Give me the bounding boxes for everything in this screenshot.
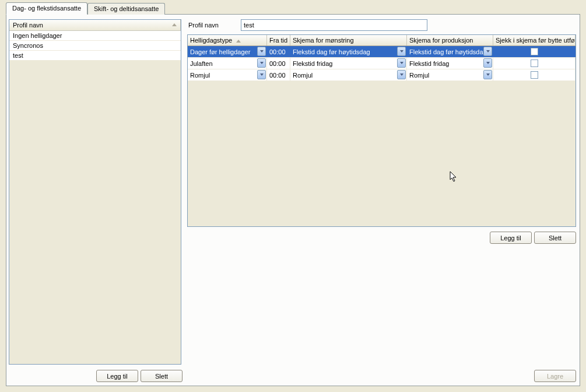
cell-helligdagstype[interactable]: Dager før helligdager: [188, 46, 267, 57]
list-item[interactable]: test: [9, 51, 181, 61]
right-buttons: Legg til Slett: [490, 232, 576, 244]
cell-skjema-produksjon[interactable]: Flekstid fridag: [407, 58, 493, 69]
cell-skjema-produksjon[interactable]: Romjul: [407, 69, 493, 80]
column-fra-tid[interactable]: Fra tid: [267, 35, 290, 46]
cell-text: Flekstid fridag: [409, 60, 449, 67]
cell-fra-tid[interactable]: 00:00: [267, 46, 290, 57]
tabs: Dag- og flekstidsansatte Skift- og delti…: [0, 0, 586, 14]
column-label: Profil navn: [13, 22, 43, 29]
cell-text: Romjul: [409, 72, 429, 79]
table-row[interactable]: Dager før helligdager 00:00 Flekstid dag…: [188, 46, 576, 58]
tab-skift-deltid[interactable]: Skift- og deltidsansatte: [87, 3, 165, 15]
grid-header: Helligdagstype Fra tid Skjema for mønstr…: [188, 35, 576, 46]
grid-body: Dager før helligdager 00:00 Flekstid dag…: [188, 46, 576, 81]
chevron-down-icon[interactable]: [257, 58, 266, 68]
profil-navn-input[interactable]: [241, 19, 427, 31]
cell-skjema-produksjon[interactable]: Flekstid dag før høytidsdag: [407, 46, 493, 57]
cell-text: Romjul: [293, 72, 313, 79]
column-helligdagstype[interactable]: Helligdagstype: [188, 35, 267, 46]
cell-text: Flekstid dag før høytidsdag: [293, 48, 370, 55]
cell-text: Julaften: [190, 60, 213, 67]
profile-list[interactable]: Ingen helligdager Syncronos test: [9, 31, 181, 61]
add-row-button[interactable]: Legg til: [490, 232, 532, 244]
table-row[interactable]: Romjul 00:00 Romjul Romjul: [188, 69, 576, 81]
profile-list-header[interactable]: Profil navn: [9, 20, 181, 31]
cell-sjekk[interactable]: [493, 69, 576, 80]
checkbox[interactable]: [531, 71, 538, 79]
column-skjema-monstring[interactable]: Skjema for mønstring: [290, 35, 407, 46]
left-buttons: Legg til Slett: [96, 370, 183, 382]
chevron-down-icon[interactable]: [397, 70, 406, 79]
cell-text: Dager før helligdager: [190, 48, 250, 55]
cell-text: Flekstid fridag: [293, 60, 332, 67]
holiday-grid: Helligdagstype Fra tid Skjema for mønstr…: [187, 34, 576, 227]
cell-helligdagstype[interactable]: Romjul: [188, 69, 267, 80]
add-profile-button[interactable]: Legg til: [96, 370, 138, 382]
cell-skjema-monstring[interactable]: Romjul: [290, 69, 407, 80]
sort-asc-icon: [236, 40, 241, 43]
cell-helligdagstype[interactable]: Julaften: [188, 58, 267, 69]
cell-fra-tid[interactable]: 00:00: [267, 58, 290, 69]
column-label: Helligdagstype: [190, 37, 232, 44]
save-button[interactable]: Lagre: [534, 370, 576, 382]
profil-navn-label: Profil navn: [187, 22, 241, 29]
cell-sjekk[interactable]: [493, 46, 576, 57]
column-skjema-produksjon[interactable]: Skjema for produksjon: [407, 35, 493, 46]
cell-skjema-monstring[interactable]: Flekstid dag før høytidsdag: [290, 46, 407, 57]
delete-profile-button[interactable]: Slett: [141, 370, 183, 382]
tab-dag-flekstid[interactable]: Dag- og flekstidsansatte: [6, 2, 87, 15]
list-item[interactable]: Ingen helligdager: [9, 31, 181, 41]
column-profil-navn[interactable]: Profil navn: [9, 20, 181, 30]
tab-panel: Profil navn Ingen helligdager Syncronos …: [6, 14, 580, 386]
checkbox[interactable]: [531, 60, 538, 67]
chevron-down-icon[interactable]: [483, 47, 492, 56]
list-item[interactable]: Syncronos: [9, 41, 181, 51]
profile-list-pane: Profil navn Ingen helligdager Syncronos …: [9, 19, 181, 365]
cell-sjekk[interactable]: [493, 58, 576, 69]
checkbox[interactable]: [531, 48, 538, 55]
chevron-down-icon[interactable]: [397, 47, 406, 56]
right-area: Profil navn Helligdagstype Fra tid Skjem…: [187, 19, 576, 382]
profil-navn-row: Profil navn: [187, 19, 576, 31]
save-row: Lagre: [534, 370, 576, 382]
chevron-down-icon[interactable]: [483, 70, 492, 79]
cell-fra-tid[interactable]: 00:00: [267, 69, 290, 80]
sort-asc-icon: [172, 23, 177, 26]
chevron-down-icon[interactable]: [483, 58, 492, 68]
cell-text: Romjul: [190, 72, 210, 79]
column-sjekk-skjema[interactable]: Sjekk i skjema før bytte utføres: [493, 35, 576, 46]
cell-text: Flekstid dag før høytidsdag: [409, 48, 487, 55]
table-row[interactable]: Julaften 00:00 Flekstid fridag Flekstid …: [188, 58, 576, 69]
delete-row-button[interactable]: Slett: [534, 232, 576, 244]
chevron-down-icon[interactable]: [257, 70, 266, 79]
chevron-down-icon[interactable]: [257, 47, 266, 56]
chevron-down-icon[interactable]: [397, 58, 406, 68]
cell-skjema-monstring[interactable]: Flekstid fridag: [290, 58, 407, 69]
